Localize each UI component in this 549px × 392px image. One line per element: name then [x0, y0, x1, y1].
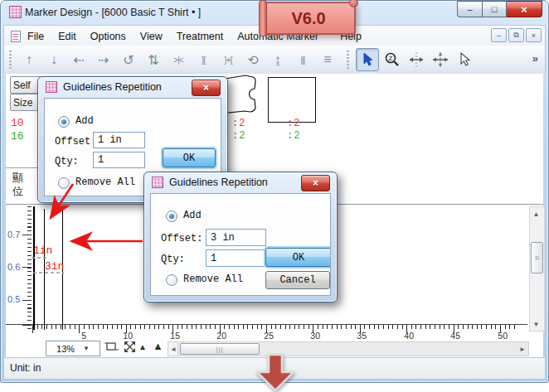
toolbar: ↑ ↓ ⇠ ⇢ ↺ ⇅ >|< }[ }+[ ⟲ ↨ ||| ≡ Z: [3, 46, 546, 74]
move-down-icon[interactable]: ↓: [43, 49, 65, 70]
panel-separator: [6, 167, 41, 168]
version-badge: V6.0: [261, 2, 356, 35]
hruler-label-35: 35: [353, 331, 367, 341]
maximize-button[interactable]: □: [482, 1, 507, 17]
mdi-restore-button[interactable]: ⧉: [508, 28, 524, 42]
big-red-down-arrow: [251, 353, 299, 392]
dialog1-remove-all-radio[interactable]: [58, 177, 70, 189]
piece1-red-count: :2: [232, 118, 245, 129]
vscroll-down-button[interactable]: ▼: [530, 318, 542, 330]
spread-horizontal-tool-button[interactable]: [406, 49, 427, 70]
size-value-10[interactable]: 10: [11, 117, 24, 129]
flip-vertical-icon[interactable]: ⇅: [143, 49, 164, 70]
close-icon: ×: [521, 3, 527, 16]
dialog2-qty-label: Qty:: [161, 254, 185, 265]
guideline-1-label: 1in: [33, 244, 52, 257]
bracket-add-icon[interactable]: }+[: [217, 49, 239, 70]
horizontal-scrollbar[interactable]: ||| ►: [177, 341, 529, 356]
compress-horizontal-icon[interactable]: >|<: [168, 49, 189, 70]
dialog1-icon: [46, 81, 57, 93]
zoom-tool-button[interactable]: Z: [381, 49, 403, 70]
spread-cross-tool-button[interactable]: [430, 49, 451, 70]
dialog2-close-button[interactable]: ×: [301, 175, 330, 191]
dialog1-close-icon: ×: [203, 82, 209, 94]
vertical-scrollbar[interactable]: ▲ ≡ ▼: [529, 206, 545, 332]
move-right-icon[interactable]: ⇢: [93, 49, 114, 70]
dialog2-cancel-button[interactable]: Cancel: [265, 271, 330, 289]
maximize-icon: □: [492, 4, 498, 14]
close-button[interactable]: ×: [507, 1, 542, 17]
dialog2-offset-field[interactable]: 3 in: [206, 229, 266, 246]
toolbar-overflow-chevron[interactable]: »: [532, 52, 538, 65]
align-lines-icon[interactable]: ≡: [317, 49, 338, 70]
hscroll-thumb[interactable]: |||: [180, 343, 260, 355]
mdi-close-icon: ×: [532, 31, 536, 40]
dialog2-qty-field[interactable]: 1: [206, 249, 266, 267]
dialog2-cancel-label: Cancel: [279, 274, 315, 286]
menu-file[interactable]: File: [27, 31, 44, 42]
bracket-align-icon[interactable]: }[: [192, 49, 214, 70]
vertical-bars-icon[interactable]: |||: [292, 49, 313, 70]
document-icon: [11, 31, 21, 42]
menu-treatment[interactable]: Treatment: [177, 31, 224, 42]
guidelines-repetition-dialog-2[interactable]: Guidelines Repetition × Add Offset: 3 in…: [143, 172, 338, 302]
svg-text:Z: Z: [389, 55, 393, 62]
toolbar-grip[interactable]: [9, 51, 12, 69]
dropdown-arrow-icon: ▼: [83, 345, 90, 352]
dialog2-qty-value: 1: [211, 253, 216, 264]
fit-view-icon[interactable]: [123, 340, 137, 354]
white-arrow-icon: [457, 52, 472, 67]
spread-vertical-icon[interactable]: ↨: [267, 49, 289, 70]
select-tool-button[interactable]: [356, 48, 379, 71]
piece1-green-count: :2: [232, 130, 245, 142]
zoom-level-dropdown[interactable]: 13% ▼: [46, 341, 100, 356]
window-title: Marker Design - [6000 Basic T Shirt • ]: [25, 7, 201, 18]
hscroll-grip-icon: |||: [216, 346, 223, 353]
dialog1-add-label: Add: [75, 115, 94, 127]
dialog2-ok-button[interactable]: OK: [265, 248, 331, 267]
dialog1-add-radio[interactable]: [58, 116, 70, 128]
dialog2-icon: [152, 177, 163, 188]
dialog1-close-button[interactable]: ×: [192, 80, 221, 96]
move-up-icon[interactable]: ↑: [18, 49, 40, 70]
mountain-large-icon[interactable]: ▲: [153, 340, 163, 352]
rotate-fan-icon[interactable]: ⟲: [242, 49, 264, 70]
size-value-16[interactable]: 16: [11, 130, 24, 143]
hruler-ticks-big: [32, 325, 517, 333]
vscroll-up-button[interactable]: ▲: [530, 208, 542, 220]
panel-cjk-button-2[interactable]: 位: [12, 184, 27, 199]
dialog2-remove-all-label: Remove All: [183, 273, 243, 285]
mdi-window-controls: – ⧉ ×: [491, 28, 542, 42]
dialog1-qty-value: 1: [98, 154, 104, 166]
piece2-red-count: :2: [287, 118, 300, 129]
mdi-close-button[interactable]: ×: [526, 28, 542, 42]
dialog1-qty-field[interactable]: 1: [93, 152, 145, 168]
move-left-icon[interactable]: ⇠: [68, 49, 90, 70]
toolbar-separator-grip: [347, 51, 349, 69]
dialog2-title-bar[interactable]: Guidelines Repetition: [152, 177, 268, 188]
zoom-level-value: 13%: [56, 344, 75, 354]
minimize-button[interactable]: –: [457, 1, 482, 17]
dialog2-add-radio[interactable]: [166, 211, 177, 222]
marquee-zoom-icon[interactable]: [104, 341, 119, 353]
hscroll-right-icon[interactable]: ►: [519, 346, 526, 353]
dialog1-title-bar[interactable]: Guidelines Repetition: [46, 81, 162, 93]
vscroll-thumb[interactable]: ≡: [531, 242, 543, 273]
mountain-small-icon[interactable]: ▲: [138, 342, 147, 351]
menu-options[interactable]: Options: [90, 31, 126, 42]
dialog2-remove-all-radio[interactable]: [166, 274, 177, 286]
mdi-minimize-button[interactable]: –: [491, 28, 507, 42]
dialog1-offset-value: 1 in: [98, 134, 122, 146]
dialog1-ok-label: OK: [183, 152, 195, 164]
menu-view[interactable]: View: [140, 31, 163, 42]
pick-tool-button[interactable]: [454, 49, 475, 70]
zoom-z-icon: Z: [384, 51, 401, 68]
rotate-icon[interactable]: ↺: [118, 49, 139, 70]
dialog1-offset-label: Offset:: [55, 136, 96, 148]
piece2-green-count: :2: [287, 130, 300, 142]
pattern-piece-rectangle[interactable]: [268, 77, 316, 123]
dialog1-offset-field[interactable]: 1 in: [93, 132, 145, 148]
dialog1-ok-button[interactable]: OK: [163, 148, 216, 167]
menu-edit[interactable]: Edit: [58, 31, 76, 42]
scroll-down-icon: ▼: [533, 321, 540, 328]
